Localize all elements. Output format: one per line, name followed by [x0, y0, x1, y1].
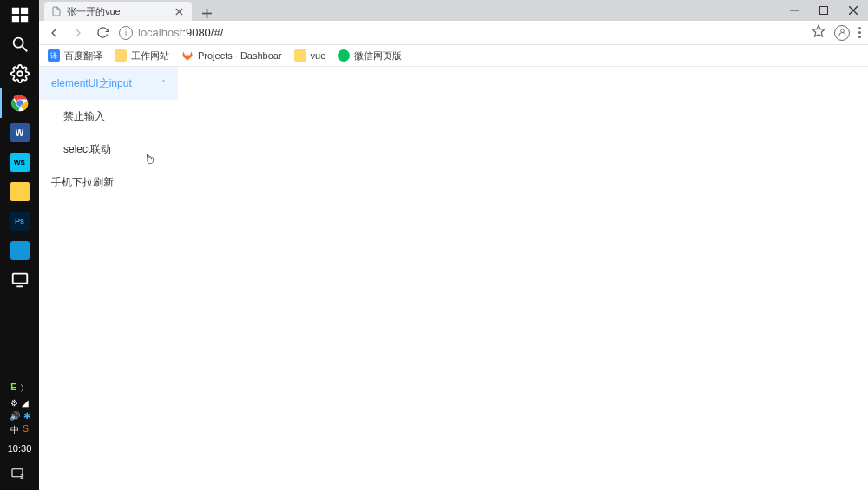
webstorm-icon: WS	[10, 153, 30, 172]
svg-point-6	[17, 71, 23, 76]
svg-line-5	[22, 47, 27, 52]
bookmark-label: 百度翻译	[64, 49, 102, 62]
svg-point-4	[13, 38, 23, 48]
minimize-icon	[790, 6, 799, 15]
mobile-icon	[10, 241, 30, 260]
svg-rect-0	[11, 8, 18, 14]
chrome-menu-button[interactable]	[858, 27, 861, 38]
tab-strip: 张一开的vue	[39, 0, 868, 21]
taskbar-webstorm[interactable]: WS	[0, 147, 39, 177]
star-icon	[812, 24, 825, 38]
svg-marker-20	[812, 25, 824, 36]
taskbar-word[interactable]: W	[0, 118, 39, 147]
reload-icon	[96, 26, 109, 39]
reload-button[interactable]	[95, 25, 110, 41]
site-info-icon[interactable]: i	[119, 26, 133, 40]
folder-icon	[10, 182, 30, 201]
url-text: localhost:9080/#/	[138, 26, 223, 39]
ime-indicator[interactable]: 中	[10, 424, 19, 436]
plus-icon	[202, 9, 212, 18]
user-icon	[838, 28, 847, 37]
tab-title: 张一开的vue	[67, 5, 121, 18]
browser-tab[interactable]: 张一开的vue	[44, 2, 192, 21]
taskbar-mobile-app[interactable]	[0, 236, 39, 265]
taskbar-search[interactable]	[0, 29, 39, 59]
menu-label: 禁止输入	[63, 109, 105, 124]
content-area	[178, 67, 868, 490]
maximize-icon	[819, 6, 828, 15]
close-icon	[175, 8, 183, 16]
chevron-up-icon: ˄	[161, 79, 166, 88]
wechat-icon	[338, 49, 350, 62]
menu-sub-disable-input[interactable]: 禁止输入	[39, 100, 178, 133]
minimize-button[interactable]	[779, 0, 809, 21]
svg-rect-9	[12, 274, 27, 284]
bookmark-bar: 译 百度翻译 工作网站 Projects · Dashboar vue 微信网页…	[39, 45, 868, 67]
bookmark-label: vue	[311, 50, 326, 61]
translate-icon: 译	[48, 49, 60, 62]
profile-button[interactable]	[834, 25, 850, 41]
page-icon	[51, 6, 62, 16]
bookmark-star-button[interactable]	[812, 24, 825, 41]
notification-center[interactable]: 2	[0, 462, 39, 485]
tray-expand-icon[interactable]: E	[10, 382, 16, 395]
svg-rect-1	[20, 8, 27, 14]
menu-item-elementui-input[interactable]: elementUI之input ˄	[39, 67, 178, 100]
gear-icon	[10, 64, 30, 83]
page-viewport: elementUI之input ˄ 禁止输入 select联动 手机下拉刷新	[39, 67, 868, 490]
taskbar-explorer[interactable]	[0, 177, 39, 206]
windows-icon	[10, 5, 30, 24]
menu-label: elementUI之input	[51, 76, 132, 91]
monitor-icon	[10, 271, 30, 290]
menu-item-mobile-refresh[interactable]: 手机下拉刷新	[39, 166, 178, 199]
arrow-left-icon	[47, 26, 61, 40]
svg-point-21	[840, 29, 844, 33]
address-bar[interactable]: i localhost:9080/#/	[119, 26, 803, 40]
svg-rect-3	[20, 16, 27, 22]
bookmark-folder-work[interactable]: 工作网站	[115, 49, 169, 62]
menu-sub-select-link[interactable]: select联动	[39, 133, 178, 166]
notification-badge: 2	[20, 473, 23, 480]
bookmark-wechat[interactable]: 微信网页版	[338, 49, 402, 62]
tab-close-button[interactable]	[173, 5, 185, 17]
chevron-up-icon[interactable]: 〉	[20, 382, 29, 395]
folder-icon	[115, 49, 127, 62]
chrome-icon	[10, 94, 30, 113]
browser-toolbar: i localhost:9080/#/	[39, 21, 868, 45]
network-icon[interactable]: ⚙	[10, 398, 18, 408]
bookmark-label: Projects · Dashboar	[198, 50, 282, 61]
new-tab-button[interactable]	[197, 5, 216, 21]
tray-app-icon[interactable]: ✱	[23, 411, 30, 421]
tray-sogou-icon[interactable]: S	[23, 424, 29, 436]
svg-rect-2	[11, 16, 18, 22]
wifi-icon[interactable]: ◢	[22, 398, 29, 408]
search-icon	[10, 35, 30, 54]
bookmark-gitlab[interactable]: Projects · Dashboar	[181, 49, 282, 62]
taskbar-monitor-app[interactable]	[0, 265, 39, 295]
side-menu: elementUI之input ˄ 禁止输入 select联动 手机下拉刷新	[39, 67, 178, 490]
start-button[interactable]	[0, 0, 39, 29]
menu-label: select联动	[63, 142, 111, 157]
forward-button[interactable]	[70, 25, 86, 41]
folder-icon	[294, 49, 306, 62]
close-window-button[interactable]	[838, 0, 868, 21]
svg-rect-17	[820, 7, 828, 15]
bookmark-label: 工作网站	[131, 49, 169, 62]
bookmark-baidu-translate[interactable]: 译 百度翻译	[48, 49, 102, 62]
taskbar-chrome[interactable]	[0, 88, 39, 118]
windows-taskbar: W WS Ps E 〉 ⚙ ◢	[0, 0, 39, 490]
close-icon	[849, 6, 858, 15]
chrome-window: 张一开的vue	[39, 0, 868, 490]
menu-label: 手机下拉刷新	[51, 175, 114, 190]
bookmark-label: 微信网页版	[354, 49, 402, 62]
back-button[interactable]	[46, 25, 62, 41]
maximize-button[interactable]	[809, 0, 838, 21]
volume-icon[interactable]: 🔊	[10, 411, 20, 421]
taskbar-settings[interactable]	[0, 59, 39, 88]
taskbar-clock[interactable]: 10:30	[8, 438, 32, 462]
window-controls	[779, 0, 868, 21]
taskbar-photoshop[interactable]: Ps	[0, 206, 39, 236]
bookmark-folder-vue[interactable]: vue	[294, 49, 326, 62]
gitlab-icon	[181, 49, 194, 62]
photoshop-icon: Ps	[10, 212, 30, 231]
